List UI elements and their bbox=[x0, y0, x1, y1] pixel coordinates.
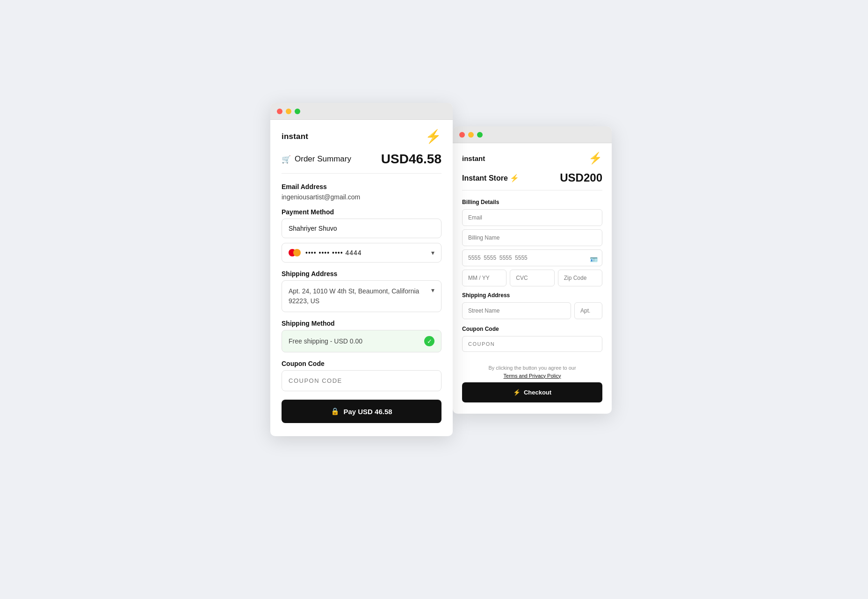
mastercard-icon bbox=[289, 249, 301, 256]
back-terms-link[interactable]: Terms and Privacy Policy bbox=[504, 373, 561, 379]
back-email-input[interactable] bbox=[462, 209, 602, 226]
dot-red-back bbox=[459, 132, 465, 138]
shipping-address-label: Shipping Address bbox=[282, 270, 441, 278]
checkout-label: Checkout bbox=[524, 389, 551, 396]
checkout-lightning-icon: ⚡ bbox=[513, 389, 521, 396]
dot-yellow-back bbox=[468, 132, 474, 138]
front-brand-header: instant ⚡ bbox=[282, 130, 441, 143]
payment-method-label: Payment Method bbox=[282, 208, 441, 216]
back-brand-header: instant ⚡ bbox=[462, 152, 602, 165]
coupon-code-input[interactable] bbox=[282, 370, 441, 391]
chevron-down-icon[interactable]: ▾ bbox=[431, 249, 434, 256]
back-window: instant ⚡ Instant Store ⚡ USD200 Billing… bbox=[453, 126, 612, 414]
shipping-address-text: Apt. 24, 1010 W 4th St, Beaumont, Califo… bbox=[289, 286, 431, 306]
shipping-method-label: Shipping Method bbox=[282, 320, 441, 327]
back-billing-label: Billing Details bbox=[462, 199, 602, 205]
cardholder-name: Shahriyer Shuvo bbox=[289, 225, 337, 232]
back-store-header: Instant Store ⚡ USD200 bbox=[462, 171, 602, 190]
back-coupon-label: Coupon Code bbox=[462, 326, 602, 332]
cart-icon: 🛒 bbox=[282, 155, 291, 164]
back-store-name: Instant Store ⚡ bbox=[462, 174, 519, 183]
order-summary-row: 🛒 Order Summary USD46.58 bbox=[282, 152, 441, 174]
back-card-details-row bbox=[462, 270, 602, 286]
back-coupon-input[interactable] bbox=[462, 336, 602, 352]
back-terms-text: By clicking the button you agree to our … bbox=[462, 364, 602, 380]
address-chevron-icon[interactable]: ▾ bbox=[431, 286, 434, 294]
order-summary-label: Order Summary bbox=[295, 154, 351, 164]
dot-yellow-front bbox=[286, 109, 291, 114]
shipping-method-value: Free shipping - USD 0.00 bbox=[289, 337, 362, 345]
back-mm-yy-input[interactable] bbox=[462, 270, 506, 286]
dot-red-front bbox=[277, 109, 282, 114]
front-titlebar bbox=[270, 103, 453, 120]
back-billing-name-input[interactable] bbox=[462, 229, 602, 246]
checkout-button[interactable]: ⚡ Checkout bbox=[462, 382, 602, 402]
email-value: ingeniousartist@gmail.com bbox=[282, 193, 441, 201]
coupon-code-label: Coupon Code bbox=[282, 360, 441, 367]
back-card-number-input[interactable] bbox=[462, 249, 602, 266]
dot-green-back bbox=[477, 132, 483, 138]
back-store-total: USD200 bbox=[560, 171, 602, 184]
card-number-box[interactable]: •••• •••• •••• 4444 ▾ bbox=[282, 243, 441, 263]
front-lightning-icon: ⚡ bbox=[425, 130, 441, 143]
back-address-row bbox=[462, 302, 602, 319]
green-check-icon: ✓ bbox=[424, 336, 434, 346]
back-street-input[interactable] bbox=[462, 302, 571, 319]
dot-green-front bbox=[295, 109, 300, 114]
front-window: instant ⚡ 🛒 Order Summary USD46.58 Email… bbox=[270, 103, 453, 436]
card-row: •••• •••• •••• 4444 bbox=[289, 249, 362, 256]
order-summary-left: 🛒 Order Summary bbox=[282, 154, 351, 164]
front-brand-name: instant bbox=[282, 132, 308, 141]
email-label: Email Address bbox=[282, 183, 441, 190]
back-brand-name: instant bbox=[462, 154, 485, 162]
back-cvc-input[interactable] bbox=[510, 270, 554, 286]
back-lightning-icon: ⚡ bbox=[588, 152, 602, 165]
back-zip-input[interactable] bbox=[558, 270, 602, 286]
card-dots: •••• •••• •••• 4444 bbox=[305, 249, 362, 256]
back-card-number-wrap: 🪪 bbox=[462, 249, 602, 270]
shipping-address-box[interactable]: Apt. 24, 1010 W 4th St, Beaumont, Califo… bbox=[282, 280, 441, 312]
back-shipping-label: Shipping Address bbox=[462, 292, 602, 299]
card-icon: 🪪 bbox=[590, 256, 598, 263]
back-apt-input[interactable] bbox=[574, 302, 602, 319]
pay-button-label: Pay USD 46.58 bbox=[343, 408, 392, 416]
order-total: USD46.58 bbox=[381, 152, 441, 167]
back-titlebar bbox=[453, 126, 612, 143]
lock-icon: 🔒 bbox=[331, 407, 340, 416]
cardholder-name-box: Shahriyer Shuvo bbox=[282, 219, 441, 238]
pay-button[interactable]: 🔒 Pay USD 46.58 bbox=[282, 400, 441, 423]
shipping-method-box: Free shipping - USD 0.00 ✓ bbox=[282, 330, 441, 352]
